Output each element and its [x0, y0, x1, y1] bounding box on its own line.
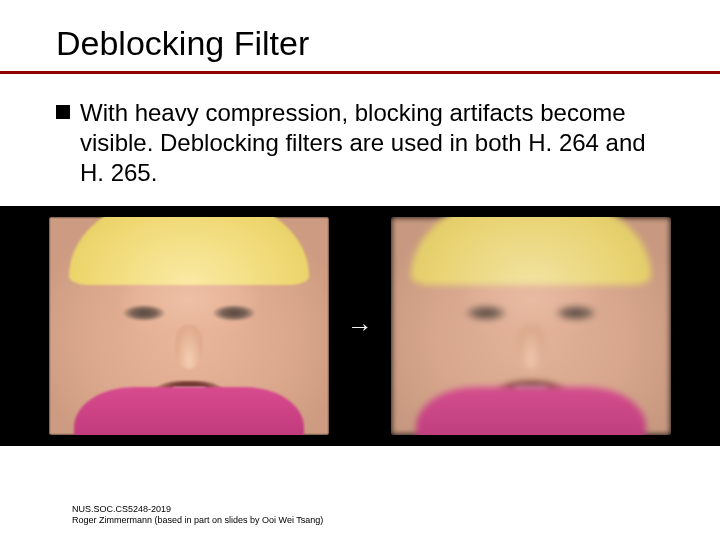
nose-placeholder: [175, 325, 203, 369]
collar-placeholder: [74, 387, 304, 435]
body-area: With heavy compression, blocking artifac…: [56, 74, 664, 188]
nose-placeholder: [517, 325, 545, 369]
eye-left-placeholder: [123, 305, 165, 321]
bullet-text: With heavy compression, blocking artifac…: [80, 98, 664, 188]
collar-placeholder: [416, 387, 646, 435]
eye-left-placeholder: [465, 305, 507, 321]
eye-right-placeholder: [213, 305, 255, 321]
arrow-right-icon: →: [347, 313, 373, 339]
slide-footer: NUS.SOC.CS5248-2019 Roger Zimmermann (ba…: [72, 504, 323, 527]
square-bullet-icon: [56, 105, 70, 119]
bullet-item: With heavy compression, blocking artifac…: [56, 98, 664, 188]
image-before-deblocking: [49, 217, 329, 435]
slide: Deblocking Filter With heavy compression…: [0, 0, 720, 540]
page-title: Deblocking Filter: [56, 24, 664, 71]
comparison-figure: →: [0, 206, 720, 446]
eye-right-placeholder: [555, 305, 597, 321]
helmet-placeholder: [411, 217, 651, 285]
helmet-placeholder: [69, 217, 309, 285]
image-after-deblocking: [391, 217, 671, 435]
footer-line-1: NUS.SOC.CS5248-2019: [72, 504, 323, 515]
footer-line-2: Roger Zimmermann (based in part on slide…: [72, 515, 323, 526]
